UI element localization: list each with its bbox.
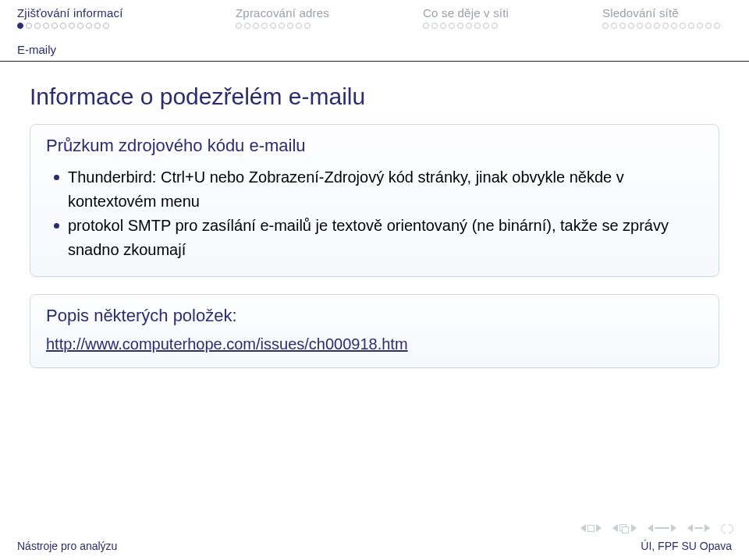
section-nav: Zjišťování informacíZpracování adresCo s…: [0, 0, 749, 29]
nav-dot[interactable]: [244, 23, 250, 29]
nav-dot[interactable]: [103, 23, 109, 29]
nav-dot[interactable]: [628, 23, 634, 29]
nav-dot[interactable]: [645, 23, 651, 29]
nav-dot[interactable]: [423, 23, 429, 29]
nav-dot[interactable]: [611, 23, 617, 29]
block-title: Popis některých položek:: [46, 306, 703, 326]
beamer-nav-icons: [580, 523, 732, 533]
nav-progress-dots: [17, 23, 109, 29]
nav-dot[interactable]: [69, 23, 75, 29]
nav-dot[interactable]: [602, 23, 609, 29]
nav-loop-icon[interactable]: [721, 523, 732, 533]
nav-dot[interactable]: [697, 23, 703, 29]
nav-section-label: Zpracování adres: [236, 6, 329, 19]
nav-dot[interactable]: [270, 23, 276, 29]
nav-section[interactable]: Zjišťování informací: [17, 6, 236, 29]
nav-dot[interactable]: [296, 23, 302, 29]
nav-dot[interactable]: [449, 23, 455, 29]
nav-prev-slide-icon[interactable]: [580, 524, 602, 532]
nav-progress-dots: [423, 23, 498, 29]
nav-dot[interactable]: [619, 23, 626, 29]
bullet-list: Thunderbird: Ctrl+U nebo Zobrazení-Zdroj…: [46, 165, 703, 262]
reference-link[interactable]: http://www.computerhope.com/issues/ch000…: [46, 335, 408, 353]
slide-title: Informace o podezřelém e-mailu: [0, 62, 749, 110]
nav-dot[interactable]: [680, 23, 686, 29]
nav-prev-frame-icon[interactable]: [612, 524, 637, 533]
nav-dot[interactable]: [492, 23, 498, 29]
nav-dot[interactable]: [688, 23, 694, 29]
slide-content: Průzkum zdrojového kódu e-mailu Thunderb…: [0, 110, 749, 368]
footer-left: Nástroje pro analýzu: [17, 540, 117, 552]
list-item: protokol SMTP pro zasílání e-mailů je te…: [51, 214, 703, 262]
nav-dot[interactable]: [671, 23, 677, 29]
nav-dot[interactable]: [34, 23, 41, 29]
nav-dot[interactable]: [86, 23, 92, 29]
nav-dot[interactable]: [279, 23, 285, 29]
nav-next-section-icon[interactable]: [687, 524, 710, 532]
nav-dot[interactable]: [483, 23, 489, 29]
nav-dot[interactable]: [654, 23, 660, 29]
block-field-description: Popis některých položek: http://www.comp…: [30, 294, 719, 368]
nav-dot[interactable]: [466, 23, 472, 29]
nav-dot[interactable]: [637, 23, 643, 29]
nav-dot[interactable]: [287, 23, 293, 29]
nav-dot[interactable]: [17, 23, 23, 29]
nav-dot[interactable]: [662, 23, 669, 29]
nav-dot[interactable]: [253, 23, 259, 29]
footer: Nástroje pro analýzu ÚI, FPF SU Opava: [0, 535, 749, 560]
nav-dot[interactable]: [304, 23, 311, 29]
footer-right: ÚI, FPF SU Opava: [641, 540, 732, 552]
nav-progress-dots: [236, 23, 311, 29]
nav-section[interactable]: Co se děje v síti: [423, 6, 602, 29]
nav-section-label: Sledování sítě: [602, 6, 679, 19]
nav-dot[interactable]: [474, 23, 481, 29]
nav-dot[interactable]: [43, 23, 49, 29]
nav-progress-dots: [602, 23, 720, 29]
nav-dot[interactable]: [440, 23, 446, 29]
nav-dot[interactable]: [94, 23, 101, 29]
nav-dot[interactable]: [714, 23, 720, 29]
nav-section[interactable]: Zpracování adres: [236, 6, 423, 29]
slide: Zjišťování informacíZpracování adresCo s…: [0, 0, 749, 560]
nav-section[interactable]: Sledování sítě: [602, 6, 732, 29]
nav-dot[interactable]: [457, 23, 463, 29]
nav-dot[interactable]: [705, 23, 712, 29]
block-source-inspection: Průzkum zdrojového kódu e-mailu Thunderb…: [30, 124, 719, 277]
nav-dot[interactable]: [236, 23, 242, 29]
nav-section-label: Zjišťování informací: [17, 6, 123, 19]
nav-dot[interactable]: [51, 23, 58, 29]
list-item: Thunderbird: Ctrl+U nebo Zobrazení-Zdroj…: [51, 165, 703, 214]
subsection-label: E-maily: [0, 29, 749, 56]
nav-dot[interactable]: [26, 23, 32, 29]
nav-dot[interactable]: [77, 23, 83, 29]
nav-dot[interactable]: [261, 23, 268, 29]
block-title: Průzkum zdrojového kódu e-mailu: [46, 136, 703, 156]
nav-dot[interactable]: [60, 23, 66, 29]
nav-dot[interactable]: [431, 23, 438, 29]
nav-section-label: Co se děje v síti: [423, 6, 509, 19]
nav-prev-section-icon[interactable]: [648, 524, 676, 532]
